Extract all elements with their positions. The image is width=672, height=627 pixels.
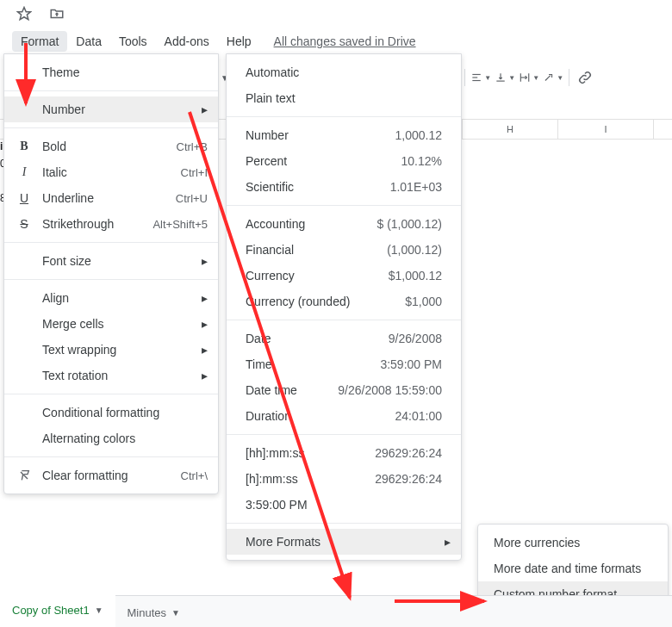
tab-menu-icon[interactable]: ▼ [95,605,103,615]
chevron-right-icon: ▸ [445,535,451,549]
menubar: Format Data Tools Add-ons Help All chang… [0,29,416,53]
num-time[interactable]: Time3:59:00 PM [227,351,461,377]
tab-copy-of-sheet1[interactable]: Copy of Sheet1▼ [0,595,115,627]
menu-clearformat[interactable]: Clear formattingCtrl+\ [4,462,218,488]
link-button[interactable] [575,67,595,88]
chevron-right-icon: ▸ [202,291,208,305]
save-status[interactable]: All changes saved in Drive [274,34,416,48]
tab-menu-icon[interactable]: ▼ [171,608,180,618]
num-datetime[interactable]: Date time9/26/2008 15:59:00 [227,377,461,403]
num-automatic[interactable]: Automatic [227,59,461,85]
menu-help[interactable]: Help [218,31,260,52]
menu-bold[interactable]: BBoldCtrl+B [4,133,218,159]
menu-italic[interactable]: IItalicCtrl+I [4,159,218,185]
more-datetime-formats[interactable]: More date and time formats [478,556,668,581]
num-financial[interactable]: Financial(1,000.12) [227,237,461,263]
menu-strike[interactable]: SStrikethroughAlt+Shift+5 [4,211,218,237]
num-plaintext[interactable]: Plain text [227,85,461,111]
star-icon[interactable] [14,3,34,24]
menu-conditional[interactable]: Conditional formatting [4,400,218,425]
num-hhmmss[interactable]: [hh]:mm:ss29629:26:24 [227,440,461,466]
num-currency-rounded[interactable]: Currency (rounded)$1,000 [227,289,461,314]
col-h[interactable]: H [463,120,558,139]
num-359pm[interactable]: 3:59:00 PM [227,492,461,518]
menu-fontsize[interactable]: Font size▸ [4,248,218,274]
menu-theme[interactable]: Theme [4,59,218,85]
chevron-right-icon: ▸ [202,254,208,268]
rotate-button[interactable]: ▼ [543,67,563,88]
num-duration[interactable]: Duration24:01:00 [227,403,461,429]
chevron-right-icon: ▸ [202,369,208,382]
num-scientific[interactable]: Scientific1.01E+03 [227,174,461,200]
strikethrough-icon: S [16,216,32,232]
chevron-right-icon: ▸ [202,102,208,116]
more-currencies[interactable]: More currencies [478,530,668,556]
move-to-folder-icon[interactable] [47,3,67,24]
col-i[interactable]: I [558,120,654,139]
menu-tools[interactable]: Tools [110,31,156,52]
svg-marker-0 [18,8,31,20]
num-hmmss[interactable]: [h]:mm:ss29629:26:24 [227,466,461,492]
number-submenu: Automatic Plain text Number1,000.12 Perc… [226,53,462,561]
sheet-tabs: Copy of Sheet1▼ Minutes▼ [0,595,672,627]
num-accounting[interactable]: Accounting$ (1,000.12) [227,211,461,237]
num-number[interactable]: Number1,000.12 [227,122,461,148]
tab-minutes[interactable]: Minutes▼ [115,598,192,627]
num-percent[interactable]: Percent10.12% [227,148,461,174]
menu-format[interactable]: Format [12,31,67,52]
chevron-right-icon: ▸ [202,343,208,357]
clear-format-icon [16,468,32,483]
num-more-formats[interactable]: More Formats▸ [227,529,461,555]
chevron-right-icon: ▸ [202,317,208,331]
menu-altcolors[interactable]: Alternating colors [4,425,218,451]
menu-addons[interactable]: Add-ons [156,31,218,52]
menu-align[interactable]: Align▸ [4,285,218,311]
format-menu: Theme Number▸ BBoldCtrl+B IItalicCtrl+I … [3,53,219,494]
menu-number[interactable]: Number▸ [4,96,218,122]
valign-button[interactable]: ▼ [495,67,515,88]
menu-data[interactable]: Data [67,31,110,52]
bold-icon: B [16,139,32,154]
underline-icon: U [16,190,32,206]
menu-wrap[interactable]: Text wrapping▸ [4,337,218,363]
menu-rotation[interactable]: Text rotation▸ [4,363,218,388]
wrap-button[interactable]: ▼ [519,67,539,88]
halign-button[interactable]: ▼ [470,67,491,88]
num-date[interactable]: Date9/26/2008 [227,326,461,351]
num-currency[interactable]: Currency$1,000.12 [227,263,461,289]
menu-underline[interactable]: UUnderlineCtrl+U [4,185,218,211]
menu-merge[interactable]: Merge cells▸ [4,311,218,337]
italic-icon: I [16,165,32,180]
